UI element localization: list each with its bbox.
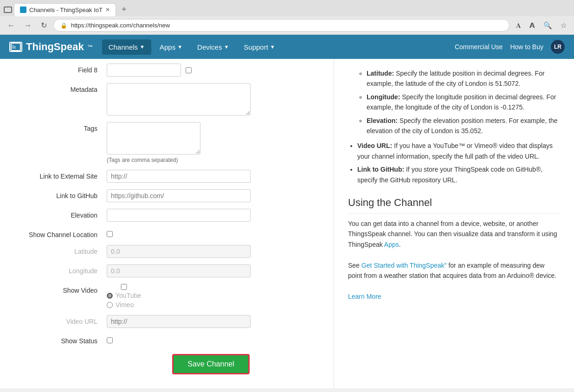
nav-channels[interactable]: Channels ▼ — [102, 39, 151, 55]
link-github-input[interactable] — [107, 189, 251, 202]
info-video-url: Video URL: If you have a YouTube™ or Vim… — [357, 141, 560, 161]
apps-dropdown-arrow: ▼ — [177, 44, 182, 50]
field8-row: Field 8 — [19, 64, 315, 77]
info-area: Latitude: Specify the latitude position … — [334, 59, 574, 388]
info-longitude: Longitude: Specify the longitude positio… — [367, 92, 560, 113]
vimeo-option: Vimeo — [107, 301, 141, 308]
get-started-link[interactable]: Get Started with ThingSpeak" — [361, 262, 447, 269]
address-bar-row: ← → ↻ 🔒 https://thingspeak.com/channels/… — [0, 16, 574, 34]
brand-name: ThingSpeak — [26, 41, 84, 53]
youtube-option: YouTube — [107, 292, 141, 299]
support-dropdown-arrow: ▼ — [270, 44, 275, 50]
reload-button[interactable]: ↻ — [38, 20, 50, 31]
latitude-label: Latitude — [19, 245, 107, 255]
link-external-label: Link to External Site — [19, 170, 107, 180]
window-icon — [4, 6, 12, 13]
info-link-github: Link to GitHub: If you store your ThingS… — [357, 164, 560, 185]
how-to-buy-link[interactable]: How to Buy — [510, 43, 543, 51]
metadata-textarea[interactable] — [107, 83, 251, 116]
latitude-input[interactable] — [107, 245, 251, 258]
navbar: ThingSpeak™ Channels ▼ Apps ▼ Devices ▼ … — [0, 35, 574, 59]
tab-favicon — [20, 6, 26, 13]
save-channel-button[interactable]: Save Channel — [172, 354, 250, 374]
channels-dropdown-arrow: ▼ — [140, 44, 145, 50]
video-url-row: Video URL — [19, 315, 315, 328]
info-elevation: Elevation: Specify the elevation positio… — [367, 116, 560, 136]
zoom-button[interactable]: 🔍 — [541, 20, 555, 31]
tab-bar: Channels - ThingSpeak IoT ✕ + — [0, 0, 574, 16]
tags-row: Tags (Tags are comma separated) — [19, 122, 315, 163]
link-github-row: Link to GitHub — [19, 189, 315, 202]
tab-title: Channels - ThingSpeak IoT — [29, 6, 103, 13]
info-latitude: Latitude: Specify the latitude position … — [367, 68, 560, 89]
devices-dropdown-arrow: ▼ — [224, 44, 229, 50]
show-video-label: Show Video — [19, 284, 107, 294]
show-channel-location-label: Show Channel Location — [19, 228, 107, 238]
link-external-row: Link to External Site — [19, 170, 315, 183]
using-channel-heading: Using the Channel — [348, 194, 560, 214]
show-status-label: Show Status — [19, 334, 107, 345]
metadata-label: Metadata — [19, 83, 107, 93]
page-body: Field 8 Metadata Tags (Tags are comma se… — [0, 59, 574, 388]
video-url-label: Video URL — [19, 315, 107, 325]
video-url-input[interactable] — [107, 315, 251, 328]
tab-close-button[interactable]: ✕ — [105, 6, 110, 13]
info-list: Latitude: Specify the latitude position … — [348, 68, 560, 185]
back-button[interactable]: ← — [5, 20, 18, 31]
address-bar[interactable]: 🔒 https://thingspeak.com/channels/new — [53, 19, 510, 32]
brand-tm: ™ — [88, 44, 93, 50]
link-github-label: Link to GitHub — [19, 189, 107, 199]
longitude-input[interactable] — [107, 264, 251, 277]
show-status-row: Show Status — [19, 334, 315, 345]
apps-link[interactable]: Apps — [384, 241, 399, 248]
tags-note: (Tags are comma separated) — [107, 157, 200, 163]
vimeo-radio[interactable] — [107, 302, 113, 308]
elevation-input[interactable] — [107, 209, 251, 222]
browser-window-controls — [4, 6, 12, 13]
translate-button[interactable]: 𝗔 — [527, 20, 538, 31]
show-video-row: Show Video YouTube Vimeo — [19, 284, 315, 308]
show-video-checkbox[interactable] — [107, 284, 141, 290]
elevation-row: Elevation — [19, 209, 315, 222]
show-status-checkbox[interactable] — [107, 337, 113, 343]
show-channel-location-checkbox[interactable] — [107, 231, 113, 237]
learn-more-link[interactable]: Learn More — [348, 293, 381, 300]
field8-input[interactable] — [107, 64, 181, 77]
using-channel-p2: See Get Started with ThingSpeak" for an … — [348, 260, 560, 281]
elevation-label: Elevation — [19, 209, 107, 219]
longitude-row: Longitude — [19, 264, 315, 277]
nav-devices[interactable]: Devices ▼ — [191, 39, 235, 55]
active-tab[interactable]: Channels - ThingSpeak IoT ✕ — [14, 3, 116, 16]
show-video-controls: YouTube Vimeo — [107, 284, 141, 308]
using-channel-p1: You can get data into a channel from a d… — [348, 218, 560, 250]
favorites-button[interactable]: ☆ — [558, 20, 569, 31]
field8-label: Field 8 — [19, 64, 107, 74]
commercial-use-link[interactable]: Commercial Use — [455, 43, 503, 51]
metadata-row: Metadata — [19, 83, 315, 116]
latitude-row: Latitude — [19, 245, 315, 258]
nav-support[interactable]: Support ▼ — [237, 39, 281, 55]
browser-chrome: Channels - ThingSpeak IoT ✕ + ← → ↻ 🔒 ht… — [0, 0, 574, 35]
forward-button[interactable]: → — [21, 20, 34, 31]
lock-icon: 🔒 — [60, 22, 67, 29]
toolbar-right: 𝐀 𝗔 🔍 ☆ — [513, 20, 569, 31]
tags-label: Tags — [19, 122, 107, 132]
show-channel-location-row: Show Channel Location — [19, 228, 315, 238]
nav-right: Commercial Use How to Buy LR — [455, 40, 565, 54]
link-external-input[interactable] — [107, 170, 251, 183]
nav-items: Channels ▼ Apps ▼ Devices ▼ Support ▼ — [102, 39, 455, 55]
reader-mode-button[interactable]: 𝐀 — [513, 20, 524, 31]
brand-icon — [9, 42, 22, 52]
user-avatar[interactable]: LR — [551, 40, 565, 54]
brand[interactable]: ThingSpeak™ — [9, 41, 93, 53]
save-btn-row: Save Channel — [19, 354, 315, 374]
url-text: https://thingspeak.com/channels/new — [71, 22, 170, 29]
form-area: Field 8 Metadata Tags (Tags are comma se… — [0, 59, 334, 388]
new-tab-button[interactable]: + — [118, 3, 130, 16]
tags-textarea[interactable] — [107, 122, 200, 154]
longitude-label: Longitude — [19, 264, 107, 275]
svg-rect-0 — [11, 43, 20, 51]
youtube-radio[interactable] — [107, 293, 113, 299]
field8-checkbox[interactable] — [186, 67, 192, 73]
nav-apps[interactable]: Apps ▼ — [153, 39, 189, 55]
